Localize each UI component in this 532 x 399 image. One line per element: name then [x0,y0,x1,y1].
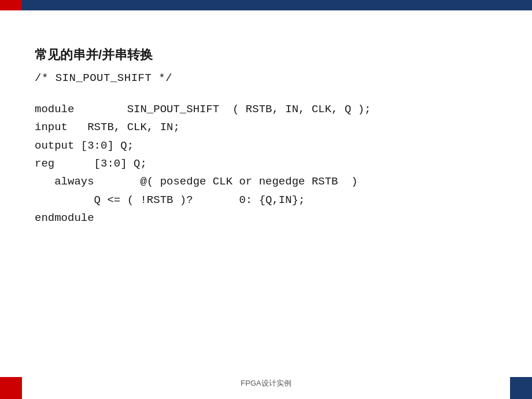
code-line-2: input RSTB, CLK, IN; [35,119,497,136]
code-line-1: module SIN_POUT_SHIFT ( RSTB, IN, CLK, Q… [35,101,497,119]
code-line-5: always @( posedge CLK or negedge RSTB ) [35,173,497,191]
code-line-3: output [3:0] Q; [35,137,497,155]
slide-title: 常见的串并/并串转换 [35,46,497,64]
top-bar-blue-accent [22,0,532,10]
code-line-7: endmodule [35,209,497,227]
top-bar [0,0,532,10]
footer-label: FPGA设计实例 [0,378,532,389]
bottom-right-accent [510,377,532,399]
code-line-4: reg [3:0] Q; [35,155,497,173]
code-line-6: Q <= ( !RSTB )? 0: {Q,IN}; [35,191,497,209]
top-bar-red-accent [0,0,22,10]
slide-container: 常见的串并/并串转换 /* SIN_POUT_SHIFT */ module S… [0,0,532,399]
code-comment: /* SIN_POUT_SHIFT */ [35,72,497,84]
main-content: 常见的串并/并串转换 /* SIN_POUT_SHIFT */ module S… [35,46,497,227]
bottom-left-accent [0,377,22,399]
code-block: module SIN_POUT_SHIFT ( RSTB, IN, CLK, Q… [35,101,497,227]
